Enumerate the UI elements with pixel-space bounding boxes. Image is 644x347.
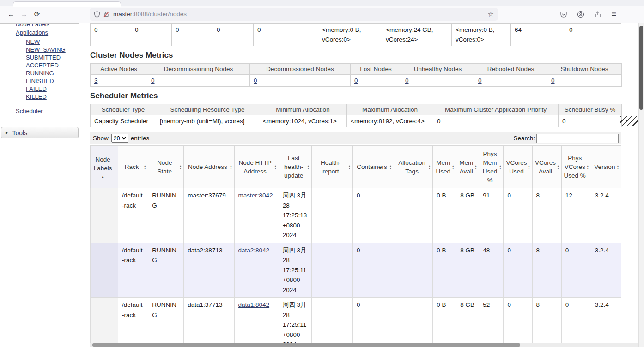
sort-ascending-icon: ▲ xyxy=(92,175,113,179)
tools-section-header[interactable]: ▸ Tools xyxy=(1,127,79,138)
metric-cell: 64 xyxy=(511,24,565,46)
cell-node-state: RUNNING xyxy=(148,243,184,298)
cell-node-address: data2:38713 xyxy=(184,243,234,298)
pocket-icon[interactable] xyxy=(560,11,567,18)
browser-tab[interactable] xyxy=(13,1,121,7)
sidebar-item-new-saving[interactable]: NEW_SAVING xyxy=(26,46,66,53)
col-header-mem-used[interactable]: Mem Used▲ ▼ xyxy=(433,146,456,188)
decommissioning-nodes-link[interactable]: 0 xyxy=(151,77,155,84)
rebooted-nodes-link[interactable]: 0 xyxy=(478,77,482,84)
tab-bar xyxy=(0,0,644,6)
col-header-vcores-used[interactable]: VCores Used▲ ▼ xyxy=(504,146,532,188)
col-header-last-health-update[interactable]: Last health-update▲ ▼ xyxy=(279,146,311,188)
account-icon[interactable] xyxy=(577,11,584,18)
insecure-lock-icon[interactable] xyxy=(103,11,109,18)
unhealthy-nodes-link[interactable]: 0 xyxy=(405,77,409,84)
sidebar-item-submitted[interactable]: SUBMITTED xyxy=(26,54,61,61)
table-controls: Show 20 entries Search: xyxy=(90,132,621,144)
column-header: Unhealthy Nodes xyxy=(401,64,474,75)
sidebar-item-accepted[interactable]: ACCEPTED xyxy=(26,62,59,69)
col-header-node-address[interactable]: Node Address▲ ▼ xyxy=(184,146,234,188)
sidebar-item-new[interactable]: NEW xyxy=(26,38,40,45)
sort-icon: ▲ ▼ xyxy=(273,165,278,169)
node-http-link[interactable]: data2:8042 xyxy=(238,247,270,254)
col-header-rack[interactable]: Rack▲ ▼ xyxy=(118,146,148,188)
col-header-containers[interactable]: Containers▲ ▼ xyxy=(352,146,394,188)
metric-cell: 0 xyxy=(91,24,131,46)
menu-icon[interactable]: ≡ xyxy=(611,9,616,19)
col-header-node-labels[interactable]: Node Labels▲ xyxy=(91,146,118,188)
cell-health-report xyxy=(311,243,352,298)
share-icon[interactable] xyxy=(594,11,601,18)
page-size-select[interactable]: 20 xyxy=(111,134,128,143)
cell-mem-used: 0 B xyxy=(433,188,456,243)
sidebar-item-failed[interactable]: FAILED xyxy=(26,85,47,92)
sidebar-item-running[interactable]: RUNNING xyxy=(26,70,54,77)
metric-cell: <memory:1024, vCores:1> xyxy=(259,115,347,127)
active-nodes-link[interactable]: 3 xyxy=(94,77,98,84)
col-header-phys-mem-used[interactable]: Phys Mem Used %▲ ▼ xyxy=(479,146,504,188)
tools-label: Tools xyxy=(12,129,28,137)
sidebar-item-node-labels[interactable]: Node Labels xyxy=(16,23,79,28)
bookmark-star-icon[interactable]: ☆ xyxy=(488,10,494,18)
node-http-link[interactable]: data1:8042 xyxy=(238,301,270,308)
list-item: NEW_SAVING xyxy=(26,46,79,53)
shutdown-nodes-link[interactable]: 0 xyxy=(551,77,555,84)
column-header: Maximum Cluster Application Priority xyxy=(433,104,559,115)
url-bar[interactable]: master:8088/cluster/nodes ☆ xyxy=(90,8,498,21)
metric-cell: 0 xyxy=(147,75,250,87)
metric-cell: 0 xyxy=(351,75,401,87)
metric-cell: 0 xyxy=(131,24,172,46)
vertical-scrollbar-thumb[interactable] xyxy=(639,26,643,110)
cell-phys-mem-used: 52 xyxy=(479,298,504,347)
horizontal-scrollbar-thumb[interactable] xyxy=(92,343,520,347)
vertical-scrollbar[interactable] xyxy=(638,23,644,347)
cell-node-http-address: data1:8042 xyxy=(234,298,279,347)
shield-icon[interactable] xyxy=(94,11,100,18)
sidebar-item-finished[interactable]: FINISHED xyxy=(26,78,54,84)
sidebar-item-scheduler[interactable]: Scheduler xyxy=(16,108,79,114)
col-header-node-http-address[interactable]: Node HTTP Address▲ ▼ xyxy=(234,146,279,188)
cell-allocation-tags xyxy=(394,188,433,243)
reload-button[interactable]: ⟳ xyxy=(30,8,43,20)
col-header-mem-avail[interactable]: Mem Avail▲ ▼ xyxy=(456,146,479,188)
horizontal-scrollbar[interactable] xyxy=(90,343,638,347)
sort-icon: ▲ ▼ xyxy=(229,165,233,169)
col-header-vcores-avail[interactable]: VCores Avail▲ ▼ xyxy=(532,146,561,188)
metric-cell: 0 xyxy=(401,75,474,87)
col-header-health-report[interactable]: Health-report▲ ▼ xyxy=(311,146,352,188)
cell-last-health-update: 周四 3月 28 17:25:13 +0800 2024 xyxy=(279,188,311,243)
cell-node-state: RUNNING xyxy=(148,188,184,243)
cluster-nodes-metrics-table: Active Nodes Decommissioning Nodes Decom… xyxy=(90,63,622,87)
cell-node-http-address: data2:8042 xyxy=(234,243,279,298)
node-http-link[interactable]: master:8042 xyxy=(238,192,273,199)
metric-cell: <memory:24 GB, vCores:24> xyxy=(382,24,452,46)
sort-icon: ▲ ▼ xyxy=(474,165,478,169)
metric-cell: 0 xyxy=(565,24,622,46)
sidebar-item-applications[interactable]: Applications xyxy=(16,29,79,36)
forward-button[interactable]: → xyxy=(18,8,30,20)
col-label: Containers xyxy=(357,163,387,170)
col-header-phys-vcores-used[interactable]: Phys VCores Used %▲ ▼ xyxy=(561,146,591,188)
cell-mem-used: 0 B xyxy=(433,298,456,347)
lost-nodes-link[interactable]: 0 xyxy=(354,77,358,84)
decommissioned-nodes-link[interactable]: 0 xyxy=(254,77,257,84)
cell-node-address: master:37679 xyxy=(184,188,234,243)
back-button[interactable]: ← xyxy=(5,8,18,20)
col-header-version[interactable]: Version▲ ▼ xyxy=(591,146,621,188)
list-item: KILLED xyxy=(26,93,79,100)
col-label: Phys VCores Used % xyxy=(564,155,586,179)
cell-allocation-tags xyxy=(394,243,433,298)
metric-cell: <memory:0 B, vCores:0> xyxy=(452,24,511,46)
col-header-node-state[interactable]: Node State▲ ▼ xyxy=(148,146,184,188)
cell-allocation-tags xyxy=(394,298,433,347)
entries-label: entries xyxy=(131,135,150,142)
cluster-metrics-partial-table: 0 0 0 0 0 <memory:0 B, vCores:0> <memory… xyxy=(90,23,621,46)
list-item: SUBMITTED xyxy=(26,54,79,61)
list-item: FINISHED xyxy=(26,78,79,84)
metric-cell: <memory:0 B, vCores:0> xyxy=(318,24,382,46)
url-path: :8088/cluster/nodes xyxy=(132,11,187,18)
search-input[interactable] xyxy=(536,134,619,143)
sidebar-item-killed[interactable]: KILLED xyxy=(26,93,47,100)
col-header-allocation-tags[interactable]: Allocation Tags▲ ▼ xyxy=(394,146,433,188)
